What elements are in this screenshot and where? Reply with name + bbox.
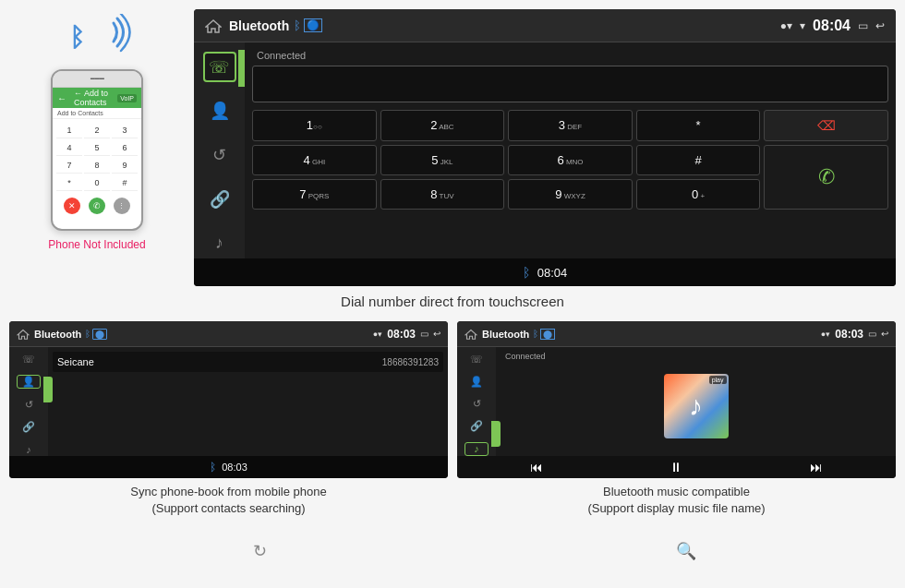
contacts-active-tab [43,377,53,402]
music-bt-badge: ⬤ [540,329,555,340]
phone-nav-title: ← Add to Contacts [74,89,115,107]
main-header-icons: ●▾ ▾ 08:04 ▭ ↩ [780,18,885,34]
phone-key-4: 4 [56,140,82,156]
main-caption: Dial number direct from touchscreen [0,294,905,309]
contact-name: Seicane [57,356,382,367]
phone-key-6: 6 [112,140,138,156]
dial-key-6[interactable]: 6 MNO [508,145,633,175]
phone-add-contact: Add to Contacts [53,108,141,119]
contacts-sidebar-phone[interactable]: ☏ [17,353,41,366]
main-screen: Bluetooth ᛒ 🔵 ●▾ ▾ 08:04 ▭ ↩ ☏ 👤 ↺ 🔗 ♪ [194,9,896,286]
dial-key-7[interactable]: 7 PQRS [252,179,377,210]
sidebar-recent-icon[interactable]: ↺ [203,140,236,171]
contacts-footer-bt: ᛒ [210,461,216,474]
home-icon [205,18,222,33]
phone-bottom-row: ✕ ✆ ⋮ [53,195,141,217]
phone-key-star: * [56,175,82,191]
phone-key-8: 8 [84,158,110,174]
contacts-sidebar-contacts[interactable]: 👤 [17,375,41,389]
contacts-sidebar: ☏ 👤 ↺ 🔗 ♪ [9,347,48,456]
contacts-sidebar-music[interactable]: ♪ [17,443,41,456]
contacts-battery-icon: ▭ [420,329,428,339]
dial-key-call[interactable]: ✆ [764,145,888,210]
phone-key-3: 3 [112,123,138,138]
main-screen-body: ☏ 👤 ↺ 🔗 ♪ Connected 1○○ 2 ABC 3 DEF * [194,42,896,258]
music-sidebar-contacts[interactable]: 👤 [465,375,489,388]
dial-key-1[interactable]: 1○○ [252,110,377,141]
phone-key-hash: # [112,175,138,191]
sidebar-link-icon[interactable]: 🔗 [203,185,236,215]
contacts-bt-icon: ᛒ [85,329,90,339]
music-active-tab [491,421,501,447]
contacts-caption-line2: (Support contacts searching) [151,501,305,515]
connected-label: Connected [257,50,888,61]
dial-key-0[interactable]: 0 + [636,179,761,210]
sidebar-music-icon[interactable]: ♪ [203,228,236,258]
music-sidebar-phone[interactable]: ☏ [465,353,489,366]
phone-key-1: 1 [56,123,82,138]
phone-top-bar: ━━━ [53,71,141,88]
sidebar-phone-icon[interactable]: ☏ [203,52,236,82]
contacts-caption: Sync phone-book from mobile phone (Suppo… [130,484,326,517]
wifi-icon: ▾ [800,19,805,32]
music-next-btn[interactable]: ⏭ [810,460,823,474]
music-album-art: ♪ play [664,374,729,438]
music-signal-icon: ●▾ [821,330,830,339]
wifi-waves-icon [88,14,134,73]
dial-key-3[interactable]: 3 DEF [508,110,633,141]
music-screen-body: ☏ 👤 ↺ 🔗 ♪ Connected ♪ play [457,347,896,456]
music-home-icon [465,329,477,340]
music-header-icons: ●▾ 08:03 ▭ ↩ [821,328,888,341]
music-panel: Bluetooth ᛒ ⬤ ●▾ 08:03 ▭ ↩ ☏ 👤 ↺ 🔗 [457,321,896,517]
dial-key-star[interactable]: * [636,110,761,141]
music-sidebar-recent[interactable]: ↺ [465,397,489,410]
music-back-icon: ↩ [881,329,888,339]
footer-bt-icon: ᛒ [523,265,530,280]
phone-key-9: 9 [112,158,138,174]
contacts-header-time: 08:03 [387,328,416,341]
dial-key-2[interactable]: 2 ABC [380,110,505,141]
dial-key-5[interactable]: 5 JKL [380,145,505,175]
phone-call-btn: ✆ [89,198,105,214]
phone-back-arrow: ← [57,93,66,103]
contacts-sidebar-recent[interactable]: ↺ [17,398,41,411]
contacts-caption-line1: Sync phone-book from mobile phone [130,485,326,498]
contact-row: Seicane 18686391283 [53,352,443,372]
music-sidebar-music[interactable]: ♪ [465,442,489,456]
music-sidebar-link[interactable]: 🔗 [465,420,489,433]
dial-display[interactable] [252,66,888,102]
sidebar-contacts-icon[interactable]: 👤 [203,96,236,126]
phone-not-included-label: Phone Not Included [48,238,145,251]
phone-nav-bar: ← ← Add to Contacts VoIP [53,88,141,108]
main-screen-header: Bluetooth ᛒ 🔵 ●▾ ▾ 08:04 ▭ ↩ [194,9,896,42]
phone-dialpad: 1 2 3 4 5 6 7 8 9 * 0 # [53,119,141,195]
music-pause-btn[interactable]: ⏸ [670,460,682,474]
phone-speaker: ━━━ [90,75,104,83]
contacts-sidebar-link[interactable]: 🔗 [17,421,41,434]
contacts-back-icon: ↩ [433,329,440,339]
dial-key-8[interactable]: 8 TUV [380,179,505,210]
svg-marker-2 [465,330,477,339]
main-bt-badge: 🔵 [304,18,322,32]
dial-key-backspace[interactable]: ⌫ [764,110,888,141]
bluetooth-symbol: ᛒ [69,23,85,53]
phone-key-0: 0 [84,175,110,191]
music-battery-icon: ▭ [868,329,876,339]
dial-key-9[interactable]: 9 WXYZ [508,179,633,210]
bluetooth-animation: ᛒ [60,14,134,65]
main-header-time: 08:04 [813,18,851,34]
contacts-panel: Bluetooth ᛒ ⬤ ●▾ 08:03 ▭ ↩ ☏ 👤 ↺ 🔗 [9,321,448,517]
dial-key-hash[interactable]: # [636,145,761,175]
back-icon: ↩ [875,19,885,32]
music-header-time: 08:03 [835,328,863,341]
footer-time: 08:04 [537,266,568,280]
phone-key-7: 7 [56,158,82,174]
music-prev-btn[interactable]: ⏮ [530,460,543,474]
phone-end-call-btn: ✕ [64,198,80,214]
phone-area: ᛒ ━━━ ← ← Add to Contacts VoIP Add to Co… [9,9,185,286]
contacts-content: Seicane 18686391283 ↻ 🔍 [48,347,448,456]
dial-key-4[interactable]: 4 GHI [252,145,377,175]
music-screen-header: Bluetooth ᛒ ⬤ ●▾ 08:03 ▭ ↩ [457,321,896,347]
battery-icon: ▭ [858,19,868,32]
main-screen-title: Bluetooth [229,18,289,33]
